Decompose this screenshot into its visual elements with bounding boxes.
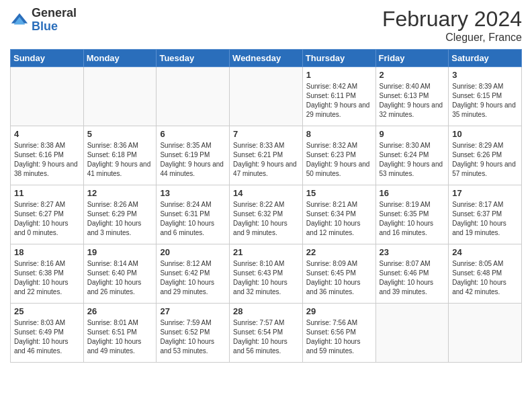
day-number: 7: [233, 129, 299, 139]
day-cell: 7Sunrise: 8:33 AM Sunset: 6:21 PM Daylig…: [230, 126, 303, 185]
weekday-header-sunday: Sunday: [11, 50, 84, 67]
day-info: Sunrise: 8:12 AM Sunset: 6:42 PM Dayligh…: [160, 259, 226, 297]
day-cell: 5Sunrise: 8:36 AM Sunset: 6:18 PM Daylig…: [83, 126, 157, 185]
week-row-3: 11Sunrise: 8:27 AM Sunset: 6:27 PM Dayli…: [11, 185, 522, 244]
day-cell: 14Sunrise: 8:22 AM Sunset: 6:32 PM Dayli…: [230, 185, 303, 244]
day-info: Sunrise: 7:59 AM Sunset: 6:52 PM Dayligh…: [160, 318, 226, 356]
page-header: General Blue February 2024 Cleguer, Fran…: [10, 7, 522, 44]
weekday-header-row: SundayMondayTuesdayWednesdayThursdayFrid…: [11, 50, 522, 67]
day-number: 26: [87, 306, 153, 316]
calendar-title: February 2024: [382, 7, 522, 32]
day-number: 17: [452, 188, 518, 198]
day-info: Sunrise: 8:09 AM Sunset: 6:45 PM Dayligh…: [306, 259, 372, 297]
calendar-table: SundayMondayTuesdayWednesdayThursdayFrid…: [10, 49, 522, 363]
day-info: Sunrise: 8:07 AM Sunset: 6:46 PM Dayligh…: [380, 259, 445, 297]
logo: General Blue: [10, 7, 77, 34]
weekday-header-saturday: Saturday: [449, 50, 522, 67]
day-cell: 21Sunrise: 8:10 AM Sunset: 6:43 PM Dayli…: [230, 244, 303, 304]
day-number: 20: [160, 247, 226, 257]
day-cell: 2Sunrise: 8:40 AM Sunset: 6:13 PM Daylig…: [375, 67, 449, 126]
day-info: Sunrise: 8:32 AM Sunset: 6:23 PM Dayligh…: [306, 141, 372, 179]
day-number: 2: [380, 70, 445, 80]
day-cell: 29Sunrise: 7:56 AM Sunset: 6:56 PM Dayli…: [302, 304, 375, 363]
day-number: 19: [87, 247, 153, 257]
day-cell: 20Sunrise: 8:12 AM Sunset: 6:42 PM Dayli…: [157, 244, 230, 304]
day-cell: 10Sunrise: 8:29 AM Sunset: 6:26 PM Dayli…: [449, 126, 522, 185]
day-cell: 27Sunrise: 7:59 AM Sunset: 6:52 PM Dayli…: [157, 304, 230, 363]
day-number: 13: [160, 188, 226, 198]
day-number: 4: [14, 129, 80, 139]
day-info: Sunrise: 8:38 AM Sunset: 6:16 PM Dayligh…: [14, 141, 80, 179]
week-row-4: 18Sunrise: 8:16 AM Sunset: 6:38 PM Dayli…: [11, 244, 522, 304]
day-info: Sunrise: 8:30 AM Sunset: 6:24 PM Dayligh…: [380, 141, 445, 179]
day-cell: 3Sunrise: 8:39 AM Sunset: 6:15 PM Daylig…: [449, 67, 522, 126]
calendar-subtitle: Cleguer, France: [382, 32, 522, 44]
day-info: Sunrise: 8:14 AM Sunset: 6:40 PM Dayligh…: [87, 259, 153, 297]
day-cell: 4Sunrise: 8:38 AM Sunset: 6:16 PM Daylig…: [11, 126, 84, 185]
day-number: 12: [87, 188, 153, 198]
day-cell: 18Sunrise: 8:16 AM Sunset: 6:38 PM Dayli…: [11, 244, 84, 304]
day-info: Sunrise: 8:17 AM Sunset: 6:37 PM Dayligh…: [452, 200, 518, 238]
weekday-header-tuesday: Tuesday: [157, 50, 230, 67]
day-number: 3: [452, 70, 518, 80]
day-number: 21: [233, 247, 299, 257]
day-cell: 1Sunrise: 8:42 AM Sunset: 6:11 PM Daylig…: [302, 67, 375, 126]
day-info: Sunrise: 8:01 AM Sunset: 6:51 PM Dayligh…: [87, 318, 153, 356]
day-info: Sunrise: 8:33 AM Sunset: 6:21 PM Dayligh…: [233, 141, 299, 179]
day-cell: 17Sunrise: 8:17 AM Sunset: 6:37 PM Dayli…: [449, 185, 522, 244]
day-info: Sunrise: 8:42 AM Sunset: 6:11 PM Dayligh…: [306, 82, 372, 120]
day-cell: 16Sunrise: 8:19 AM Sunset: 6:35 PM Dayli…: [375, 185, 449, 244]
day-info: Sunrise: 8:19 AM Sunset: 6:35 PM Dayligh…: [380, 200, 445, 238]
day-number: 5: [87, 129, 153, 139]
day-info: Sunrise: 8:26 AM Sunset: 6:29 PM Dayligh…: [87, 200, 153, 238]
day-cell: [83, 67, 157, 126]
day-cell: 9Sunrise: 8:30 AM Sunset: 6:24 PM Daylig…: [375, 126, 449, 185]
day-info: Sunrise: 8:36 AM Sunset: 6:18 PM Dayligh…: [87, 141, 153, 179]
logo-text: General Blue: [32, 7, 77, 34]
day-info: Sunrise: 8:39 AM Sunset: 6:15 PM Dayligh…: [452, 82, 518, 120]
day-number: 1: [306, 70, 372, 80]
day-cell: [230, 67, 303, 126]
day-cell: [449, 304, 522, 363]
day-cell: 26Sunrise: 8:01 AM Sunset: 6:51 PM Dayli…: [83, 304, 157, 363]
weekday-header-thursday: Thursday: [302, 50, 375, 67]
weekday-header-wednesday: Wednesday: [230, 50, 303, 67]
day-cell: 22Sunrise: 8:09 AM Sunset: 6:45 PM Dayli…: [302, 244, 375, 304]
day-cell: 11Sunrise: 8:27 AM Sunset: 6:27 PM Dayli…: [11, 185, 84, 244]
day-cell: 6Sunrise: 8:35 AM Sunset: 6:19 PM Daylig…: [157, 126, 230, 185]
day-number: 11: [14, 188, 80, 198]
day-number: 14: [233, 188, 299, 198]
day-number: 15: [306, 188, 372, 198]
day-number: 22: [306, 247, 372, 257]
logo-icon: [10, 11, 29, 30]
week-row-5: 25Sunrise: 8:03 AM Sunset: 6:49 PM Dayli…: [11, 304, 522, 363]
day-cell: 19Sunrise: 8:14 AM Sunset: 6:40 PM Dayli…: [83, 244, 157, 304]
day-number: 23: [380, 247, 445, 257]
day-cell: 13Sunrise: 8:24 AM Sunset: 6:31 PM Dayli…: [157, 185, 230, 244]
day-cell: [11, 67, 84, 126]
day-cell: 23Sunrise: 8:07 AM Sunset: 6:46 PM Dayli…: [375, 244, 449, 304]
day-info: Sunrise: 8:16 AM Sunset: 6:38 PM Dayligh…: [14, 259, 80, 297]
day-number: 8: [306, 129, 372, 139]
day-info: Sunrise: 8:40 AM Sunset: 6:13 PM Dayligh…: [380, 82, 445, 120]
day-info: Sunrise: 8:03 AM Sunset: 6:49 PM Dayligh…: [14, 318, 80, 356]
day-number: 27: [160, 306, 226, 316]
day-number: 10: [452, 129, 518, 139]
day-number: 28: [233, 306, 299, 316]
day-number: 18: [14, 247, 80, 257]
day-info: Sunrise: 8:29 AM Sunset: 6:26 PM Dayligh…: [452, 141, 518, 179]
logo-blue: Blue: [32, 20, 77, 34]
day-cell: [375, 304, 449, 363]
day-cell: 8Sunrise: 8:32 AM Sunset: 6:23 PM Daylig…: [302, 126, 375, 185]
day-number: 6: [160, 129, 226, 139]
day-cell: 12Sunrise: 8:26 AM Sunset: 6:29 PM Dayli…: [83, 185, 157, 244]
day-info: Sunrise: 8:05 AM Sunset: 6:48 PM Dayligh…: [452, 259, 518, 297]
day-cell: [157, 67, 230, 126]
day-number: 25: [14, 306, 80, 316]
day-number: 24: [452, 247, 518, 257]
day-info: Sunrise: 8:24 AM Sunset: 6:31 PM Dayligh…: [160, 200, 226, 238]
weekday-header-monday: Monday: [83, 50, 157, 67]
day-cell: 15Sunrise: 8:21 AM Sunset: 6:34 PM Dayli…: [302, 185, 375, 244]
day-cell: 28Sunrise: 7:57 AM Sunset: 6:54 PM Dayli…: [230, 304, 303, 363]
day-info: Sunrise: 8:22 AM Sunset: 6:32 PM Dayligh…: [233, 200, 299, 238]
